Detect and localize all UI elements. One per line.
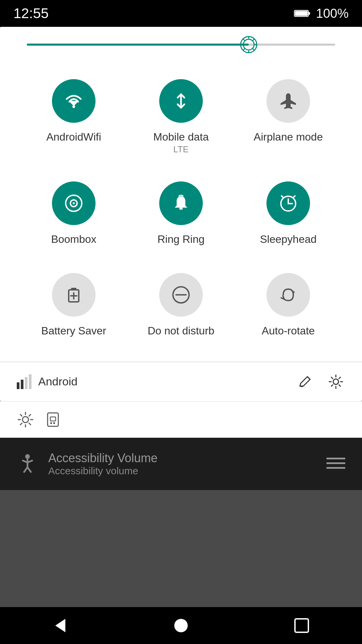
svg-point-4	[243, 39, 254, 50]
bottom-sim-button[interactable]	[44, 411, 62, 428]
qs-label-boombox: Boombox	[51, 232, 96, 247]
footer-area: Android	[0, 362, 362, 401]
svg-rect-19	[179, 208, 183, 210]
qs-item-boombox[interactable]: Boombox	[20, 168, 127, 260]
svg-rect-57	[50, 422, 52, 424]
footer-left: Android	[17, 374, 77, 389]
qs-item-auto-rotate[interactable]: Auto-rotate	[235, 260, 342, 352]
alarm-icon	[277, 192, 300, 215]
accessibility-title: Accessibility Volume	[48, 451, 158, 465]
qs-item-airplane-mode[interactable]: Airplane mode	[235, 66, 342, 168]
accessibility-menu-icon[interactable]	[326, 457, 345, 471]
svg-marker-68	[55, 619, 65, 632]
svg-point-37	[333, 379, 339, 384]
svg-line-23	[282, 196, 283, 198]
speaker-icon	[62, 192, 85, 215]
qs-item-mobile-data[interactable]: Mobile data LTE	[127, 66, 235, 168]
qs-item-ring-ring[interactable]: Ring Ring	[127, 168, 235, 260]
svg-line-9	[243, 39, 245, 41]
settings-button[interactable]	[326, 372, 345, 391]
svg-line-45	[331, 385, 333, 386]
svg-line-36	[300, 386, 303, 387]
svg-point-46	[22, 417, 28, 423]
svg-rect-55	[48, 413, 58, 426]
svg-line-53	[29, 414, 31, 416]
qs-circle-ring-ring	[159, 181, 203, 225]
qs-item-battery-saver[interactable]: Battery Saver	[20, 260, 127, 352]
qs-item-sleepyhead[interactable]: Sleepyhead	[235, 168, 342, 260]
brightness-area	[0, 27, 362, 59]
qs-circle-boombox	[52, 181, 96, 225]
back-icon	[50, 615, 70, 636]
bottom-bar	[0, 401, 362, 438]
svg-line-35	[307, 377, 310, 379]
qs-label-sleepyhead: Sleepyhead	[260, 232, 316, 247]
svg-rect-32	[21, 380, 23, 389]
status-time: 12:55	[13, 5, 49, 21]
pencil-icon	[297, 373, 313, 390]
svg-line-10	[253, 49, 254, 50]
svg-line-54	[20, 423, 22, 425]
svg-line-44	[339, 377, 340, 378]
airplane-icon	[277, 89, 300, 113]
recent-icon	[292, 615, 312, 636]
qs-item-do-not-disturb[interactable]: Do not disturb	[127, 260, 235, 352]
brightness-track[interactable]	[27, 44, 335, 46]
battery-percentage: 100%	[316, 6, 349, 21]
accessibility-panel: Accessibility Volume Accessibility volum…	[0, 438, 362, 490]
back-button[interactable]	[47, 612, 74, 639]
signal-icon	[17, 374, 32, 389]
qs-circle-auto-rotate	[266, 273, 310, 317]
svg-rect-31	[17, 382, 19, 389]
qs-label-battery-saver: Battery Saver	[41, 324, 106, 338]
bottom-gear-button[interactable]	[17, 411, 34, 428]
battery-icon	[294, 9, 311, 18]
brightness-thumb[interactable]	[240, 36, 258, 54]
qs-label-ring-ring: Ring Ring	[158, 232, 205, 247]
hamburger-icon	[326, 457, 345, 470]
status-bar: 12:55 100%	[0, 0, 362, 27]
svg-line-24	[293, 196, 295, 198]
sim-card-icon	[44, 411, 62, 428]
svg-line-11	[253, 39, 254, 41]
brightness-fill	[27, 44, 249, 46]
quick-settings-grid: AndroidWifi Mobile data LTE Airplane mod…	[0, 59, 362, 362]
svg-rect-56	[50, 417, 56, 421]
svg-rect-70	[295, 619, 308, 632]
accessibility-left: Accessibility Volume Accessibility volum…	[17, 451, 158, 477]
qs-item-android-wifi[interactable]: AndroidWifi	[20, 66, 127, 168]
svg-rect-34	[29, 374, 32, 389]
mobile-data-icon	[169, 89, 193, 113]
svg-rect-2	[295, 11, 308, 16]
svg-rect-58	[53, 422, 55, 424]
rotate-icon	[277, 283, 300, 307]
qs-label-android-wifi: AndroidWifi	[46, 130, 101, 144]
home-button[interactable]	[168, 612, 194, 639]
edit-button[interactable]	[296, 372, 314, 391]
svg-line-64	[27, 467, 31, 472]
accessibility-subtitle: Accessibility volume	[48, 465, 158, 477]
qs-circle-airplane-mode	[266, 79, 310, 123]
qs-sublabel-mobile-data: LTE	[173, 144, 189, 155]
qs-circle-mobile-data	[159, 79, 203, 123]
svg-line-43	[339, 385, 340, 386]
status-right: 100%	[294, 6, 349, 21]
minus-circle-icon	[169, 283, 193, 307]
qs-circle-android-wifi	[52, 79, 96, 123]
footer-label: Android	[38, 375, 77, 388]
bell-icon	[169, 192, 193, 215]
svg-line-52	[29, 423, 31, 425]
accessibility-text: Accessibility Volume Accessibility volum…	[48, 451, 158, 477]
home-icon	[171, 615, 191, 636]
gear-icon	[327, 373, 344, 390]
footer-right	[296, 372, 345, 391]
qs-label-airplane-mode: Airplane mode	[254, 130, 323, 144]
qs-label-do-not-disturb: Do not disturb	[147, 324, 214, 338]
qs-label-mobile-data: Mobile data	[153, 130, 208, 144]
svg-point-14	[72, 105, 75, 108]
svg-line-12	[243, 49, 245, 50]
svg-point-69	[174, 619, 188, 632]
recent-button[interactable]	[288, 612, 315, 639]
qs-circle-sleepyhead	[266, 181, 310, 225]
qs-label-auto-rotate: Auto-rotate	[262, 324, 315, 338]
